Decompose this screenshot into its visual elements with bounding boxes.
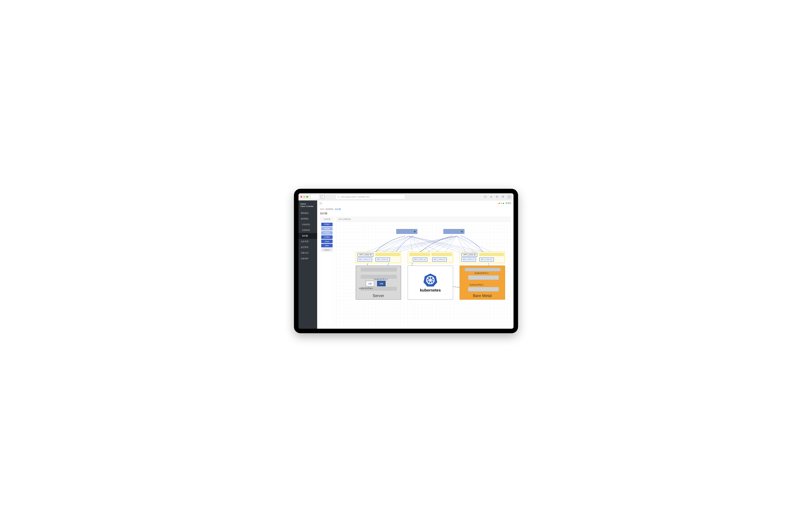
leaf-zone-3[interactable]: VPF:L3VNI-30 BD:L2VNI-10 BD:L2VNI-20 bbox=[460, 252, 505, 263]
sidebar-logo: Asteria Fabric Controller bbox=[298, 203, 317, 210]
breadcrumb-middle[interactable]: 物理网络 bbox=[325, 208, 333, 210]
sidebar: Asteria Fabric Controller 网络概览 物理网络 设备发现… bbox=[298, 200, 317, 329]
sidebar-item-physical-network[interactable]: 物理网络 bbox=[298, 216, 317, 222]
chevron-down-icon: ⌄ bbox=[331, 245, 332, 246]
forward-button[interactable]: › bbox=[315, 195, 319, 199]
sidebar-item-monitor-alert[interactable]: 监控警告 bbox=[298, 244, 317, 250]
bd-label-2: BD:L2VNI-20 bbox=[432, 258, 447, 261]
window-dots bbox=[300, 196, 308, 198]
minimize-icon[interactable] bbox=[303, 196, 305, 198]
palette-item-pf-series[interactable]: PF系列⌄ bbox=[321, 223, 333, 226]
user-info[interactable]: 管理员 bbox=[499, 202, 511, 205]
status-indicator-icon bbox=[461, 231, 463, 233]
logo-line2: Fabric Controller bbox=[300, 205, 315, 207]
spine-switch-2[interactable] bbox=[443, 229, 464, 234]
leaf-zone-1[interactable]: VPF:L3VNI-30 BD:L2VNI-10 BD:L2VNI-20 bbox=[356, 252, 401, 263]
palette-item-pf6648[interactable]: PF6648 bbox=[321, 227, 333, 230]
nav-back-forward: ‹ › bbox=[311, 195, 319, 199]
svg-point-2 bbox=[338, 196, 339, 197]
bd-label-2: BD:L2VNI-20 bbox=[375, 258, 390, 261]
sidebar-item-overview[interactable]: 网络概览 bbox=[298, 210, 317, 216]
host-title: Bare Metal bbox=[460, 294, 505, 298]
vpf-label: VPF:L3VNI-30 bbox=[358, 253, 373, 257]
host-title: kubernetes bbox=[420, 288, 441, 293]
vpf-label: VPF:L3VNI-30 bbox=[461, 253, 477, 257]
palette-item-server[interactable]: Server bbox=[321, 248, 333, 252]
vm-label: VLAN 10 IP:B.4 bbox=[359, 287, 373, 289]
sidebar-item-device-maintenance[interactable]: 设备维护 bbox=[298, 256, 317, 261]
url-text: www.asteria fabric controller.com bbox=[341, 196, 369, 198]
canvas-wrap: 自定义组网名称 bbox=[336, 217, 511, 326]
spine-switch-1[interactable] bbox=[396, 229, 417, 234]
chevron-right-icon: › bbox=[331, 236, 332, 238]
sidebar-item-traffic-analysis[interactable]: 流量分析 bbox=[298, 250, 317, 256]
palette-item-pf3048l[interactable]: PF3048L bbox=[321, 231, 333, 235]
sidebar-toggle-icon[interactable] bbox=[320, 195, 325, 199]
user-label: 管理员 bbox=[506, 202, 511, 205]
sidebar-item-instance-list[interactable]: 实例列表 bbox=[298, 227, 317, 233]
refresh-button[interactable] bbox=[483, 195, 488, 199]
breadcrumb: 首页 / 物理网络 / 拓扑图 bbox=[317, 206, 514, 211]
topbar: 管理员 bbox=[317, 200, 514, 206]
chevron-right-icon: › bbox=[331, 241, 332, 242]
svg-rect-5 bbox=[502, 196, 503, 198]
menu-icon[interactable] bbox=[319, 202, 322, 204]
palette-header: 可选设备 bbox=[320, 217, 334, 222]
tabs-button[interactable] bbox=[500, 195, 505, 199]
palette-item-other[interactable]: Other⌄ bbox=[321, 244, 333, 247]
vm2-label: VLAN-20 IP:C.1 bbox=[374, 278, 388, 280]
sidebar-item-business[interactable]: 业务管理 bbox=[298, 239, 317, 244]
breadcrumb-home[interactable]: 首页 bbox=[320, 208, 324, 210]
close-icon[interactable] bbox=[300, 196, 302, 198]
bd-label-1: BD:L2VNI-10 bbox=[358, 258, 372, 261]
new-tab-button[interactable]: + bbox=[507, 195, 512, 199]
screen: ‹ › www.asteria fabric controller.com + … bbox=[298, 193, 514, 329]
host-title: Server bbox=[356, 294, 401, 298]
kubernetes-icon bbox=[423, 273, 437, 287]
topology-canvas[interactable]: VPF:L3VNI-30 BD:L2VNI-10 BD:L2VNI-20 BD:… bbox=[336, 222, 510, 326]
bd-label-1: BD:L2VNI-10 bbox=[413, 258, 427, 261]
server-host[interactable]: VLAN-20 IP:C.1 VM VM VLAN 10 IP:B.4 Serv… bbox=[356, 265, 401, 300]
palette-body: PF系列⌄ PF6648 PF3048L CX系列› Cloud› Other⌄… bbox=[320, 222, 334, 253]
status-indicator-icon bbox=[414, 231, 416, 233]
content: 可选设备 PF系列⌄ PF6648 PF3048L CX系列› Cloud› O… bbox=[317, 217, 514, 329]
palette-item-cx-series[interactable]: CX系列› bbox=[321, 235, 333, 239]
back-button[interactable]: ‹ bbox=[311, 195, 315, 199]
nic1-label: VLAN-20 IP:C.2 bbox=[475, 272, 488, 274]
bare-metal-host[interactable]: VLAN-20 IP:C.2 VLAN 10 IP:D.1 Bare Metal bbox=[460, 265, 505, 300]
vm-block-1[interactable]: VM bbox=[366, 281, 374, 286]
tablet-frame: ‹ › www.asteria fabric controller.com + … bbox=[294, 189, 518, 333]
device-palette: 可选设备 PF系列⌄ PF6648 PF3048L CX系列› Cloud› O… bbox=[320, 217, 334, 326]
svg-line-3 bbox=[339, 197, 339, 198]
browser-chrome: ‹ › www.asteria fabric controller.com + bbox=[298, 193, 514, 200]
app-root: Asteria Fabric Controller 网络概览 物理网络 设备发现… bbox=[298, 200, 514, 329]
share-button[interactable] bbox=[495, 195, 499, 199]
bd-label-2: BD:L2VNI-20 bbox=[479, 258, 494, 261]
kubernetes-host[interactable]: kubernetes bbox=[408, 265, 453, 300]
svg-rect-0 bbox=[321, 196, 324, 198]
sidebar-item-topology[interactable]: 拓扑图 bbox=[298, 233, 317, 239]
logo-line1: Asteria bbox=[300, 203, 315, 205]
search-icon bbox=[337, 196, 340, 198]
palette-item-cloud[interactable]: Cloud› bbox=[321, 240, 333, 243]
sidebar-item-device-discovery[interactable]: 设备发现 bbox=[298, 222, 317, 227]
nic2-label: VLAN 10 IP:D.1 bbox=[470, 284, 483, 286]
maximize-icon[interactable] bbox=[306, 196, 308, 198]
bd-label-1: BD:L2VNI-10 bbox=[461, 258, 476, 261]
leaf-zone-2[interactable]: BD:L2VNI-10 BD:L2VNI-20 bbox=[408, 252, 453, 263]
url-bar[interactable]: www.asteria fabric controller.com bbox=[336, 195, 405, 199]
vm-block-2[interactable]: VM bbox=[377, 281, 385, 286]
chevron-down-icon: ⌄ bbox=[331, 224, 332, 225]
favorite-button[interactable] bbox=[489, 195, 493, 199]
main-panel: 管理员 首页 / 物理网络 / 拓扑图 拓扑图 可选设备 PF系列⌄ PF664… bbox=[317, 200, 514, 329]
breadcrumb-current: 拓扑图 bbox=[335, 208, 341, 210]
canvas-tab[interactable]: 自定义组网名称 bbox=[336, 217, 510, 222]
page-title: 拓扑图 bbox=[317, 211, 514, 217]
